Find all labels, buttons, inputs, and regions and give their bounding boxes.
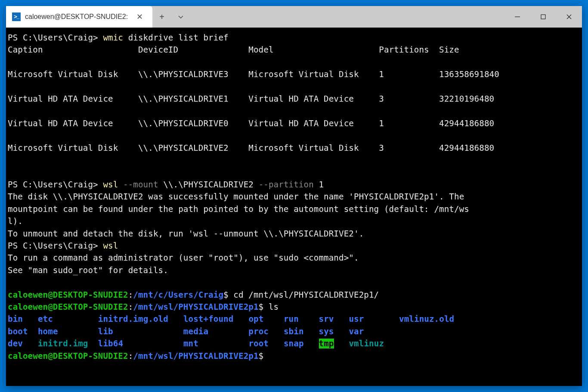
mount-output: l). (8, 215, 580, 227)
ls-row: dev initrd.img lib64 mnt root snap tmp v… (8, 338, 580, 350)
ls-row: boot home lib media proc sbin sys var (8, 326, 580, 338)
table-row: Virtual HD ATA Device \\.\PHYSICALDRIVE1… (8, 93, 580, 105)
wsl-cmd-ls: caloewen@DESKTOP-SNUDIE2:/mnt/wsl/PHYSIC… (8, 301, 580, 313)
sudo-hint: To run a command as administrator (user … (8, 252, 580, 264)
table-row: Microsoft Virtual Disk \\.\PHYSICALDRIVE… (8, 68, 580, 81)
window-controls (504, 6, 582, 28)
sudo-hint: See "man sudo_root" for details. (8, 264, 580, 277)
tab-title: caloewen@DESKTOP-SNUDIE2: (25, 13, 130, 21)
wsl-prompt-idle: caloewen@DESKTOP-SNUDIE2:/mnt/wsl/PHYSIC… (8, 350, 580, 362)
tab-active[interactable]: caloewen@DESKTOP-SNUDIE2: ✕ (6, 6, 152, 28)
close-window-button[interactable] (556, 6, 582, 28)
mount-output: The disk \\.\PHYSICALDRIVE2 was successf… (8, 191, 580, 203)
mount-output: mountpoint can be found under the path p… (8, 203, 580, 215)
terminal-body[interactable]: PS C:\Users\Craig> wmic diskdrive list b… (6, 28, 582, 386)
wsl-cmd-cd: caloewen@DESKTOP-SNUDIE2:/mnt/c/Users/Cr… (8, 289, 580, 301)
table-header: Caption DeviceID Model Partitions Size (8, 44, 580, 56)
close-tab-button[interactable]: ✕ (135, 10, 145, 23)
titlebar: caloewen@DESKTOP-SNUDIE2: ✕ + (6, 6, 582, 28)
minimize-button[interactable] (504, 6, 530, 28)
table-row: Microsoft Virtual Disk \\.\PHYSICALDRIVE… (8, 142, 580, 154)
maximize-button[interactable] (530, 6, 556, 28)
mount-output: To unmount and detach the disk, run 'wsl… (8, 228, 580, 240)
ls-row: bin etc initrd.img.old lost+found opt ru… (8, 313, 580, 325)
powershell-icon (12, 12, 21, 21)
new-tab-button[interactable]: + (152, 6, 171, 28)
chevron-down-icon (177, 13, 184, 20)
table-row: Virtual HD ATA Device \\.\PHYSICALDRIVE0… (8, 118, 580, 130)
tab-dropdown-button[interactable] (171, 6, 190, 28)
terminal-window: caloewen@DESKTOP-SNUDIE2: ✕ + PS C:\User… (6, 6, 582, 386)
cmd-wsl: PS C:\Users\Craig> wsl (8, 240, 580, 252)
cmd-wmic: PS C:\Users\Craig> wmic diskdrive list b… (8, 32, 580, 44)
titlebar-spacer (190, 6, 504, 28)
svg-rect-1 (541, 15, 545, 19)
cmd-wsl-mount: PS C:\Users\Craig> wsl --mount \\.\PHYSI… (8, 179, 580, 191)
